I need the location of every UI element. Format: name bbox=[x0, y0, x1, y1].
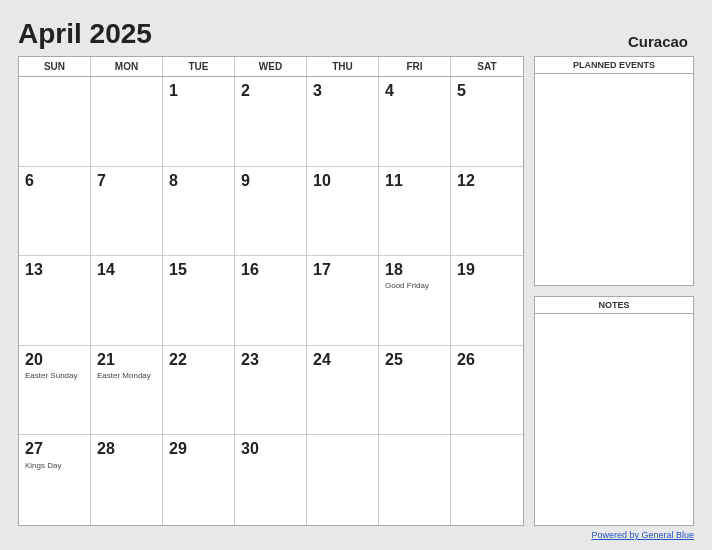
day-cell: 8 bbox=[163, 167, 235, 257]
day-number: 21 bbox=[97, 350, 156, 369]
day-cell: 29 bbox=[163, 435, 235, 525]
day-number: 12 bbox=[457, 171, 517, 190]
day-cell: 21Easter Monday bbox=[91, 346, 163, 436]
day-number: 24 bbox=[313, 350, 372, 369]
day-cell: 25 bbox=[379, 346, 451, 436]
day-number: 27 bbox=[25, 439, 84, 458]
day-cell: 11 bbox=[379, 167, 451, 257]
planned-events-box: PLANNED EVENTS bbox=[534, 56, 694, 286]
month-title: April 2025 bbox=[18, 18, 152, 50]
day-number: 14 bbox=[97, 260, 156, 279]
day-cell: 9 bbox=[235, 167, 307, 257]
day-number: 6 bbox=[25, 171, 84, 190]
day-number: 16 bbox=[241, 260, 300, 279]
day-of-week-header: WED bbox=[235, 57, 307, 76]
day-number: 3 bbox=[313, 81, 372, 100]
notes-box: NOTES bbox=[534, 296, 694, 526]
day-of-week-header: MON bbox=[91, 57, 163, 76]
day-cell: 26 bbox=[451, 346, 523, 436]
day-cell: 15 bbox=[163, 256, 235, 346]
day-of-week-header: TUE bbox=[163, 57, 235, 76]
day-cell: 3 bbox=[307, 77, 379, 167]
day-cell bbox=[451, 435, 523, 525]
day-cell: 1 bbox=[163, 77, 235, 167]
day-cell: 17 bbox=[307, 256, 379, 346]
day-cell: 20Easter Sunday bbox=[19, 346, 91, 436]
day-cell: 27Kings Day bbox=[19, 435, 91, 525]
day-cell: 23 bbox=[235, 346, 307, 436]
calendar-section: SUNMONTUEWEDTHUFRISAT 123456789101112131… bbox=[18, 56, 524, 526]
day-cell: 22 bbox=[163, 346, 235, 436]
day-of-week-header: SAT bbox=[451, 57, 523, 76]
country-name: Curacao bbox=[628, 33, 694, 50]
day-cell: 10 bbox=[307, 167, 379, 257]
calendar-page: April 2025 Curacao SUNMONTUEWEDTHUFRISAT… bbox=[0, 0, 712, 550]
day-cell: 5 bbox=[451, 77, 523, 167]
day-number: 1 bbox=[169, 81, 228, 100]
calendar-body: 123456789101112131415161718Good Friday19… bbox=[19, 77, 523, 525]
day-number: 20 bbox=[25, 350, 84, 369]
day-cell: 2 bbox=[235, 77, 307, 167]
notes-content bbox=[535, 314, 693, 525]
sidebar: PLANNED EVENTS NOTES bbox=[534, 56, 694, 526]
day-number: 22 bbox=[169, 350, 228, 369]
day-of-week-header: SUN bbox=[19, 57, 91, 76]
holiday-label: Easter Sunday bbox=[25, 371, 84, 381]
day-cell: 28 bbox=[91, 435, 163, 525]
day-number: 13 bbox=[25, 260, 84, 279]
day-cell: 13 bbox=[19, 256, 91, 346]
day-cell: 12 bbox=[451, 167, 523, 257]
main-content: SUNMONTUEWEDTHUFRISAT 123456789101112131… bbox=[18, 56, 694, 526]
day-of-week-header: FRI bbox=[379, 57, 451, 76]
day-number: 29 bbox=[169, 439, 228, 458]
day-cell: 18Good Friday bbox=[379, 256, 451, 346]
footer: Powered by General Blue bbox=[18, 530, 694, 540]
planned-events-title: PLANNED EVENTS bbox=[535, 57, 693, 74]
holiday-label: Kings Day bbox=[25, 461, 84, 471]
day-number: 23 bbox=[241, 350, 300, 369]
day-cell: 19 bbox=[451, 256, 523, 346]
day-number: 8 bbox=[169, 171, 228, 190]
day-cell: 6 bbox=[19, 167, 91, 257]
day-number: 28 bbox=[97, 439, 156, 458]
day-cell: 24 bbox=[307, 346, 379, 436]
planned-events-content bbox=[535, 74, 693, 285]
day-cell bbox=[307, 435, 379, 525]
day-number: 9 bbox=[241, 171, 300, 190]
day-number: 19 bbox=[457, 260, 517, 279]
day-cell bbox=[91, 77, 163, 167]
day-number: 5 bbox=[457, 81, 517, 100]
day-cell: 4 bbox=[379, 77, 451, 167]
day-number: 7 bbox=[97, 171, 156, 190]
day-number: 11 bbox=[385, 171, 444, 190]
day-cell: 16 bbox=[235, 256, 307, 346]
powered-by-link[interactable]: Powered by General Blue bbox=[591, 530, 694, 540]
day-of-week-header: THU bbox=[307, 57, 379, 76]
day-number: 17 bbox=[313, 260, 372, 279]
day-number: 18 bbox=[385, 260, 444, 279]
holiday-label: Easter Monday bbox=[97, 371, 156, 381]
day-number: 30 bbox=[241, 439, 300, 458]
day-cell: 7 bbox=[91, 167, 163, 257]
day-number: 2 bbox=[241, 81, 300, 100]
calendar-header: SUNMONTUEWEDTHUFRISAT bbox=[19, 57, 523, 77]
day-cell bbox=[379, 435, 451, 525]
day-number: 25 bbox=[385, 350, 444, 369]
day-number: 4 bbox=[385, 81, 444, 100]
day-number: 26 bbox=[457, 350, 517, 369]
holiday-label: Good Friday bbox=[385, 281, 444, 291]
top-header: April 2025 Curacao bbox=[18, 18, 694, 50]
day-number: 15 bbox=[169, 260, 228, 279]
notes-title: NOTES bbox=[535, 297, 693, 314]
day-cell bbox=[19, 77, 91, 167]
day-cell: 30 bbox=[235, 435, 307, 525]
day-number: 10 bbox=[313, 171, 372, 190]
day-cell: 14 bbox=[91, 256, 163, 346]
